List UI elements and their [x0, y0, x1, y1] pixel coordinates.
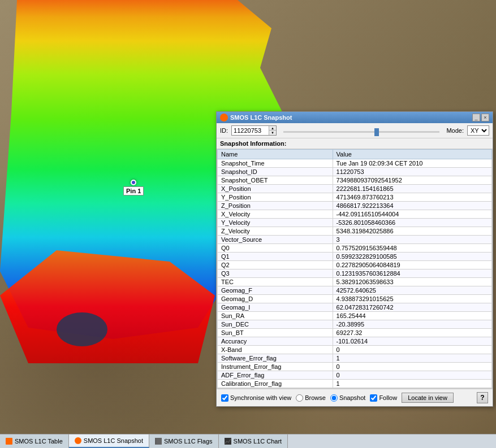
spin-up-button[interactable]: ▲: [269, 126, 276, 131]
table-cell-value: -20.38995: [333, 320, 491, 329]
svg-rect-1: [156, 438, 161, 441]
table-cell-name: Z_Velocity: [218, 227, 333, 236]
table-cell-value: 0.7575209156359448: [333, 244, 491, 253]
follow-checkbox-label[interactable]: Follow: [370, 394, 397, 402]
table-row: Geomag_I62.04728317260742: [218, 303, 492, 312]
table-row: X_Position2222681.154161865: [218, 185, 492, 193]
table-cell-name: Q0: [218, 244, 333, 253]
tab-snapshot-label: SMOS L1C Snapshot: [84, 437, 143, 444]
table-cell-name: Vector_Source: [218, 236, 333, 244]
table-cell-name: Q2: [218, 261, 333, 269]
synchronise-checkbox-label[interactable]: Synchronise with view: [221, 394, 291, 402]
table-cell-value: 11220753: [333, 168, 491, 176]
snapshot-info-label: Snapshot Information:: [217, 138, 493, 149]
table-row: Z_Velocity5348.319842025886: [218, 227, 492, 236]
table-row: Sun_DEC-20.38995: [218, 320, 492, 329]
titlebar-left: SMOS L1C Snapshot: [220, 114, 292, 121]
table-row: Vector_Source3: [218, 236, 492, 244]
browse-radio[interactable]: [296, 394, 303, 402]
tab-smos-chart[interactable]: SMOS L1C Chart: [219, 434, 288, 448]
chart-tab-icon: [225, 438, 231, 445]
tab-chart-label: SMOS L1C Chart: [234, 438, 282, 445]
minimize-button[interactable]: _: [472, 114, 480, 121]
id-spinners[interactable]: ▲ ▼: [269, 126, 276, 135]
id-row: ID: ▲ ▼ Mode: XY: [217, 123, 493, 138]
data-table-wrapper[interactable]: Name Value Snapshot_TimeTue Jan 19 02:09…: [217, 149, 493, 389]
tab-smos-table[interactable]: SMOS L1C Table: [0, 434, 69, 448]
snapshot-radio[interactable]: [330, 394, 338, 402]
table-cell-name: Snapshot_Time: [218, 159, 333, 168]
table-row: Q00.7575209156359448: [218, 244, 492, 253]
follow-label: Follow: [379, 394, 397, 401]
table-row: Q30.12319357603612884: [218, 269, 492, 278]
table-cell-name: Accuracy: [218, 337, 333, 346]
table-header-row: Name Value: [218, 150, 492, 159]
col-header-value: Value: [333, 150, 491, 159]
follow-checkbox[interactable]: [370, 394, 377, 402]
id-slider[interactable]: [283, 131, 439, 133]
table-row: Accuracy-101.02614: [218, 337, 492, 346]
tab-table-label: SMOS L1C Table: [15, 438, 63, 445]
table-cell-value: 5.382912063598633: [333, 278, 491, 286]
table-cell-value: 62.04728317260742: [333, 303, 491, 312]
tab-bar: SMOS L1C Table SMOS L1C Snapshot SMOS L1…: [0, 434, 496, 448]
table-cell-name: Geomag_D: [218, 295, 333, 303]
table-cell-name: Instrument_Error_flag: [218, 363, 333, 371]
table-cell-value: 1: [333, 380, 491, 388]
synchronise-checkbox[interactable]: [221, 394, 228, 402]
dialog-title-icon: [220, 114, 228, 121]
tab-smos-snapshot[interactable]: SMOS L1C Snapshot: [69, 434, 149, 448]
table-cell-value: -442.09116510544004: [333, 210, 491, 219]
table-cell-value: 42572.640625: [333, 286, 491, 295]
table-row: ADF_Error_flag0: [218, 371, 492, 380]
dialog-controls[interactable]: _ ×: [472, 114, 489, 121]
table-cell-name: Y_Velocity: [218, 219, 333, 227]
table-row: Sun_RA165.25444: [218, 312, 492, 320]
table-cell-name: X_Position: [218, 185, 333, 193]
locate-button[interactable]: Locate in view: [402, 393, 454, 403]
dialog-toolbar: Synchronise with view Browse Snapshot Fo…: [217, 389, 493, 406]
table-cell-value: 165.25444: [333, 312, 491, 320]
id-input-group[interactable]: ▲ ▼: [231, 125, 277, 136]
dialog-title: SMOS L1C Snapshot: [230, 114, 292, 121]
table-row: Y_Velocity-5326.801058460366: [218, 219, 492, 227]
table-cell-value: 4713469.873760213: [333, 193, 491, 202]
table-cell-value: 0.12319357603612884: [333, 269, 491, 278]
table-cell-value: 4.938873291015625: [333, 295, 491, 303]
table-cell-name: TEC: [218, 278, 333, 286]
svg-rect-0: [156, 438, 156, 444]
flags-tab-icon: [155, 438, 162, 445]
table-row: TEC5.382912063598633: [218, 278, 492, 286]
table-row: Geomag_F42572.640625: [218, 286, 492, 295]
table-row: Q20.22782905064084819: [218, 261, 492, 269]
help-button[interactable]: ?: [477, 392, 488, 403]
slider-container[interactable]: [280, 127, 443, 134]
table-row: Software_Error_flag1: [218, 354, 492, 363]
table-cell-value: 2222681.154161865: [333, 185, 491, 193]
snapshot-tab-icon: [75, 437, 81, 444]
table-cell-name: Snapshot_ID: [218, 168, 333, 176]
spin-down-button[interactable]: ▼: [269, 131, 276, 135]
mode-select[interactable]: XY: [467, 125, 489, 136]
snapshot-radio-label-text: Snapshot: [339, 394, 365, 401]
tab-flags-label: SMOS L1C Flags: [164, 438, 213, 445]
dialog-titlebar: SMOS L1C Snapshot _ ×: [217, 112, 493, 123]
table-cell-value: 0: [333, 363, 491, 371]
table-row: Snapshot_ID11220753: [218, 168, 492, 176]
table-cell-value: 3: [333, 236, 491, 244]
tab-smos-flags[interactable]: SMOS L1C Flags: [149, 434, 219, 448]
table-cell-value: 69227.32: [333, 329, 491, 337]
browse-radio-label[interactable]: Browse: [296, 394, 326, 402]
synchronise-label: Synchronise with view: [230, 394, 291, 401]
table-row: Geomag_D4.938873291015625: [218, 295, 492, 303]
table-cell-name: Q1: [218, 253, 333, 261]
table-cell-value: 0: [333, 346, 491, 354]
table-row: Snapshot_TimeTue Jan 19 02:09:34 CET 201…: [218, 159, 492, 168]
snapshot-dialog: SMOS L1C Snapshot _ × ID: ▲ ▼ Mode: XY S…: [216, 111, 493, 407]
id-input[interactable]: [232, 127, 269, 134]
table-cell-value: 1: [333, 354, 491, 363]
table-cell-name: Sun_BT: [218, 329, 333, 337]
close-button[interactable]: ×: [481, 114, 489, 121]
snapshot-radio-label[interactable]: Snapshot: [330, 394, 365, 402]
table-row: Calibration_Error_flag1: [218, 380, 492, 388]
